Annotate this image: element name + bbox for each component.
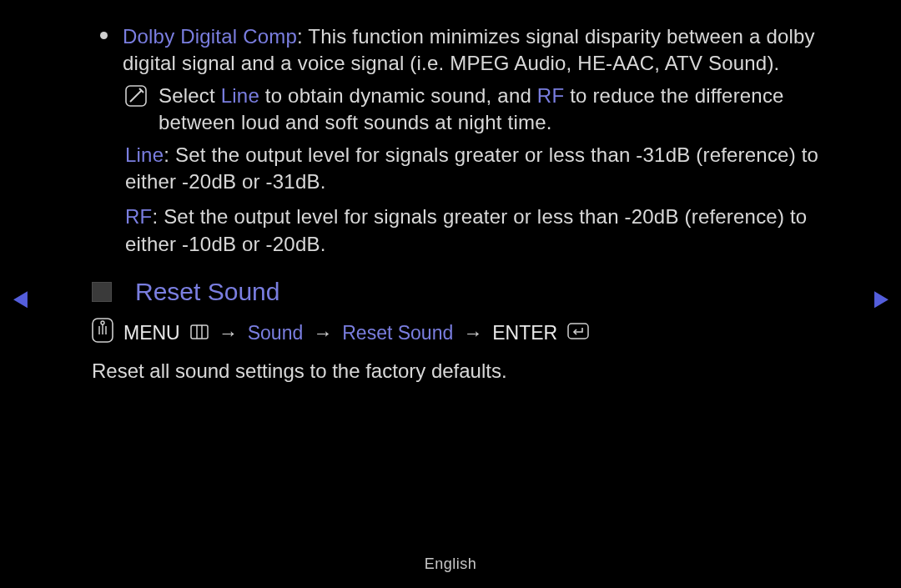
menu-label: MENU (123, 322, 180, 344)
square-bullet-icon (92, 282, 112, 302)
reset-desc: Reset all sound settings to the factory … (92, 359, 834, 383)
hand-icon (92, 318, 113, 348)
enter-label: ENTER (492, 322, 557, 344)
line-keyword: Line (125, 143, 164, 166)
prev-page-button[interactable]: ◀ (13, 285, 28, 311)
rf-definition: RF: Set the output level for signals gre… (125, 204, 834, 258)
line-definition: Line: Set the output level for signals g… (125, 142, 834, 196)
breadcrumb-sound: Sound (248, 322, 304, 344)
section-title-row: Reset Sound (92, 278, 834, 306)
rf-desc: : Set the output level for signals great… (125, 205, 807, 254)
bullet-icon (100, 32, 108, 39)
breadcrumb: MENU → Sound → Reset Sound → ENTER (92, 318, 834, 348)
svg-rect-3 (191, 325, 208, 339)
line-desc: : Set the output level for signals great… (125, 143, 818, 193)
menu-icon (190, 322, 209, 344)
rf-keyword: RF (125, 205, 152, 228)
note-row: Select Line to obtain dynamic sound, and… (125, 83, 834, 137)
next-page-button[interactable]: ▶ (874, 285, 888, 311)
svg-point-2 (101, 321, 104, 324)
note-line-keyword: Line (221, 84, 259, 107)
arrow-icon: → (463, 322, 482, 344)
breadcrumb-reset-sound: Reset Sound (342, 322, 453, 344)
note-rf-keyword: RF (537, 84, 564, 107)
note-text-pre: Select (159, 84, 221, 107)
svg-rect-6 (568, 324, 588, 339)
note-text-mid: to obtain dynamic sound, and (259, 84, 537, 107)
list-item: Dolby Digital Comp: This function minimi… (100, 23, 834, 78)
reset-sound-section: Reset Sound MENU → Sound → Re (92, 278, 834, 383)
arrow-icon: → (219, 322, 238, 344)
dolby-title: Dolby Digital Comp (123, 25, 297, 48)
arrow-icon: → (313, 322, 332, 344)
note-text: Select Line to obtain dynamic sound, and… (159, 83, 834, 137)
dolby-paragraph: Dolby Digital Comp: This function minimi… (123, 23, 834, 78)
enter-icon (567, 322, 589, 344)
footer-language: English (0, 555, 901, 573)
note-icon (125, 85, 147, 110)
section-title: Reset Sound (135, 278, 279, 306)
